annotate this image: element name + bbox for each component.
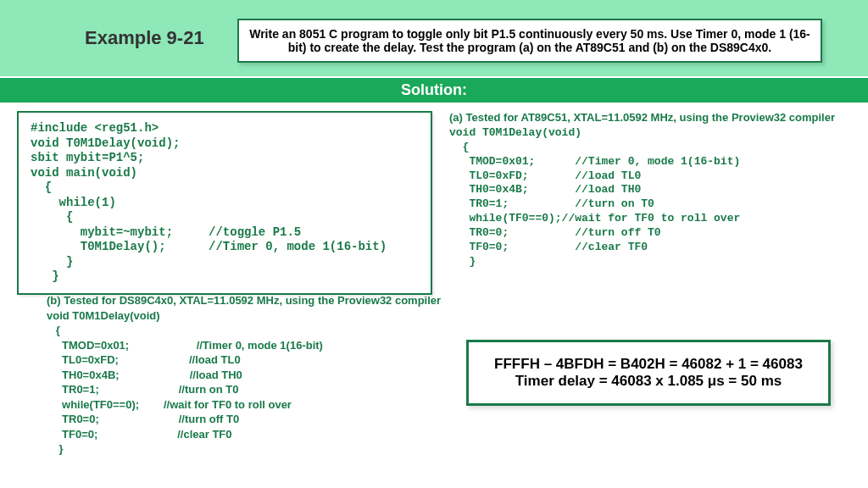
part-b-block: (b) Tested for DS89C4x0, XTAL=11.0592 MH… <box>47 293 445 457</box>
part-b-line: TL0=0xFD; //load TL0 <box>47 352 445 368</box>
part-b-sig: void T0M1Delay(void) <box>47 308 445 324</box>
example-title: Example 9-21 <box>85 27 204 49</box>
problem-statement: Write an 8051 C program to toggle only b… <box>237 19 822 63</box>
calc-line2: Timer delay = 46083 x 1.085 μs = 50 ms <box>477 373 820 390</box>
solution-bar: Solution: <box>0 76 868 103</box>
part-b-line: TH0=0x4B; //load TH0 <box>47 368 445 383</box>
part-a-sig: void T0M1Delay(void) <box>449 126 581 139</box>
part-b-line: while(TF0==0); //wait for TF0 to roll ov… <box>47 397 445 413</box>
part-b-line: TR0=1; //turn on T0 <box>47 382 445 397</box>
part-b-line: TR0=0; //turn off T0 <box>47 412 445 427</box>
part-b-line: { <box>47 323 445 338</box>
part-b-label: (b) Tested for DS89C4x0, XTAL=11.0592 MH… <box>47 293 445 308</box>
part-a-block: (a) Tested for AT89C51, XTAL=11.0592 MHz… <box>449 111 856 269</box>
content-area: #include <reg51.h> void T0M1Delay(void);… <box>0 103 868 303</box>
part-a-label: (a) Tested for AT89C51, XTAL=11.0592 MHz… <box>449 111 835 124</box>
calculation-box: FFFFH – 4BFDH = B402H = 46082 + 1 = 4608… <box>466 340 831 406</box>
main-code-box: #include <reg51.h> void T0M1Delay(void);… <box>17 111 432 295</box>
part-b-line: } <box>47 441 445 457</box>
part-b-line: TMOD=0x01; //Timer 0, mode 1(16-bit) <box>47 338 445 353</box>
part-a-body: { TMOD=0x01; //Timer 0, mode 1(16-bit) T… <box>449 141 740 268</box>
part-b-line: TF0=0; //clear TF0 <box>47 427 445 442</box>
header: Example 9-21 Write an 8051 C program to … <box>0 0 868 76</box>
calc-line1: FFFFH – 4BFDH = B402H = 46082 + 1 = 4608… <box>477 356 820 373</box>
